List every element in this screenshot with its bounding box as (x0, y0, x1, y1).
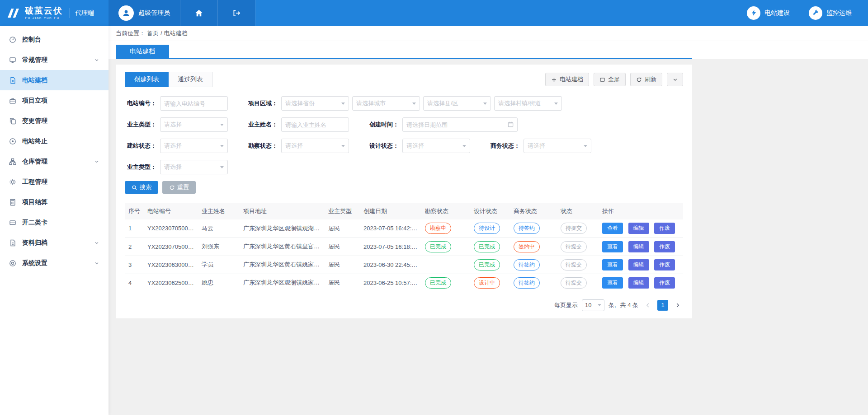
county-select[interactable]: 请选择县/区 (423, 96, 491, 111)
add-station-button[interactable]: 电站建档 (545, 73, 589, 86)
sidebar-item-warehouse-mgmt[interactable]: 仓库管理 (0, 151, 108, 172)
fullscreen-button[interactable]: 全屏 (594, 73, 626, 86)
chevron-down-icon (554, 103, 558, 105)
void-button[interactable]: 作废 (654, 277, 675, 289)
page-1-button[interactable]: 1 (657, 300, 668, 311)
file-icon (9, 239, 16, 247)
design-status-select[interactable]: 请选择 (402, 139, 470, 153)
cell-owner-type: 居民 (325, 274, 360, 292)
tab-passed-list[interactable]: 通过列表 (169, 72, 212, 87)
edit-button[interactable]: 编辑 (628, 259, 649, 270)
sidebar-item-engineering-mgmt[interactable]: 工程管理 (0, 172, 108, 192)
void-button[interactable]: 作废 (654, 241, 675, 252)
calendar-icon (507, 121, 514, 128)
search-button[interactable]: 搜索 (125, 181, 158, 194)
date-range-input[interactable] (402, 117, 518, 132)
view-button[interactable]: 查看 (602, 277, 623, 289)
header-nav: 电站建设 监控运维 (747, 0, 868, 26)
breadcrumb-home[interactable]: 首页 (147, 29, 159, 37)
create-time-field: 创建时间： (367, 117, 518, 132)
void-button[interactable]: 作废 (654, 259, 675, 270)
filter-form: 电站编号： 项目区域： 请选择省份 请选择城市 (125, 96, 683, 194)
chevron-down-icon (220, 166, 224, 168)
sidebar-item-type2-card[interactable]: 开二类卡 (0, 212, 108, 233)
business-status-select[interactable]: 请选择 (524, 139, 591, 153)
view-button[interactable]: 查看 (602, 223, 623, 234)
province-select[interactable]: 请选择省份 (281, 96, 349, 111)
sidebar-item-project-initiation[interactable]: 项目立项 (0, 90, 108, 111)
prev-page-button[interactable] (642, 300, 653, 311)
sidebar-item-project-settlement[interactable]: 项目结算 (0, 192, 108, 212)
table-row: 1 YX2023070500011 马云 广东深圳龙华区观澜镇观湖路... 居民… (125, 219, 683, 238)
nav-monitor-ops[interactable]: 监控运维 (809, 6, 852, 20)
sidebar-item-station-filing[interactable]: 电站建档 (0, 70, 108, 90)
sidebar-item-console[interactable]: 控制台 (0, 29, 108, 50)
sidebar-item-system-settings[interactable]: 系统设置 (0, 253, 108, 273)
sidebar-item-station-termination[interactable]: 电站终止 (0, 131, 108, 151)
dashboard-icon (9, 36, 16, 43)
page-tab-station-filing[interactable]: 电站建档 (116, 45, 169, 58)
owner-type2-select[interactable]: 请选择 (160, 160, 228, 174)
content-area: 创建列表 通过列表 电站建档 全屏 (108, 59, 868, 318)
home-button[interactable] (180, 0, 218, 26)
cell-owner-name: 学员 (198, 256, 240, 274)
sidebar-item-label: 项目立项 (22, 97, 47, 105)
view-button[interactable]: 查看 (602, 241, 623, 252)
sidebar-item-general-mgmt[interactable]: 常规管理 (0, 50, 108, 70)
next-page-button[interactable] (672, 300, 683, 311)
col-actions: 操作 (599, 203, 683, 219)
design-status-badge: 设计中 (474, 277, 500, 289)
sidebar-item-archive[interactable]: 资料归档 (0, 233, 108, 253)
app-logo: 破茧云伏 Po Jian Yun Fu 代理端 (0, 0, 108, 26)
owner-type-select[interactable]: 请选择 (160, 117, 228, 132)
void-button[interactable]: 作废 (654, 223, 675, 234)
sidebar-item-label: 项目结算 (22, 198, 47, 206)
edit-button[interactable]: 编辑 (628, 277, 649, 289)
wrench-icon (809, 6, 822, 20)
user-menu[interactable]: 超级管理员 (108, 0, 180, 26)
cell-owner-type: 居民 (325, 219, 360, 238)
cell-owner-name: 马云 (198, 219, 240, 238)
owner-name-input[interactable] (281, 117, 349, 132)
refresh-button[interactable]: 刷新 (630, 73, 662, 86)
card-header: 创建列表 通过列表 电站建档 全屏 (125, 72, 683, 87)
town-select[interactable]: 请选择村镇/街道 (494, 96, 562, 111)
owner-name-label: 业主姓名： (246, 121, 278, 129)
business-status-label: 商务状态： (488, 142, 520, 150)
cell-address: 广东深圳龙华区黄石镇皇官大... (240, 238, 325, 256)
sidebar-item-label: 仓库管理 (22, 158, 47, 166)
add-station-label: 电站建档 (560, 75, 583, 84)
collapse-filters-button[interactable] (667, 73, 683, 86)
edit-button[interactable]: 编辑 (628, 223, 649, 234)
chevron-down-icon (220, 145, 224, 147)
station-no-input[interactable] (160, 96, 228, 111)
sidebar-item-label: 常规管理 (22, 56, 47, 64)
design-status-badge: 待设计 (474, 223, 500, 234)
search-icon (132, 185, 137, 191)
city-select[interactable]: 请选择城市 (352, 96, 420, 111)
search-label: 搜索 (140, 183, 151, 191)
view-button[interactable]: 查看 (602, 259, 623, 270)
nav-station-build[interactable]: 电站建设 (747, 6, 790, 20)
sidebar-item-label: 工程管理 (22, 178, 47, 186)
survey-status-select[interactable]: 请选择 (281, 139, 349, 153)
build-status-label: 建站状态： (125, 142, 156, 150)
design-status-label: 设计状态： (367, 142, 399, 150)
reset-button[interactable]: 重置 (162, 181, 196, 194)
stop-circle-icon (9, 138, 16, 145)
breadcrumb-separator: / (160, 30, 162, 37)
sidebar-item-change-mgmt[interactable]: 变更管理 (0, 111, 108, 131)
business-status-badge: 待签约 (514, 259, 540, 270)
per-page-select[interactable]: 10 (582, 299, 604, 311)
chevron-down-icon (341, 103, 345, 105)
chevron-down-icon (598, 304, 601, 306)
edit-button[interactable]: 编辑 (628, 241, 649, 252)
tab-create-list[interactable]: 创建列表 (125, 72, 169, 87)
cell-created: 2023-07-05 16:18:50 (360, 238, 421, 256)
document-icon (9, 77, 16, 84)
status-badge: 待提交 (561, 241, 587, 252)
build-status-select[interactable]: 请选择 (160, 139, 228, 153)
owner-type-field: 业主类型： 请选择 (125, 117, 228, 132)
chevron-down-icon (94, 261, 99, 266)
logout-button[interactable] (218, 0, 255, 26)
